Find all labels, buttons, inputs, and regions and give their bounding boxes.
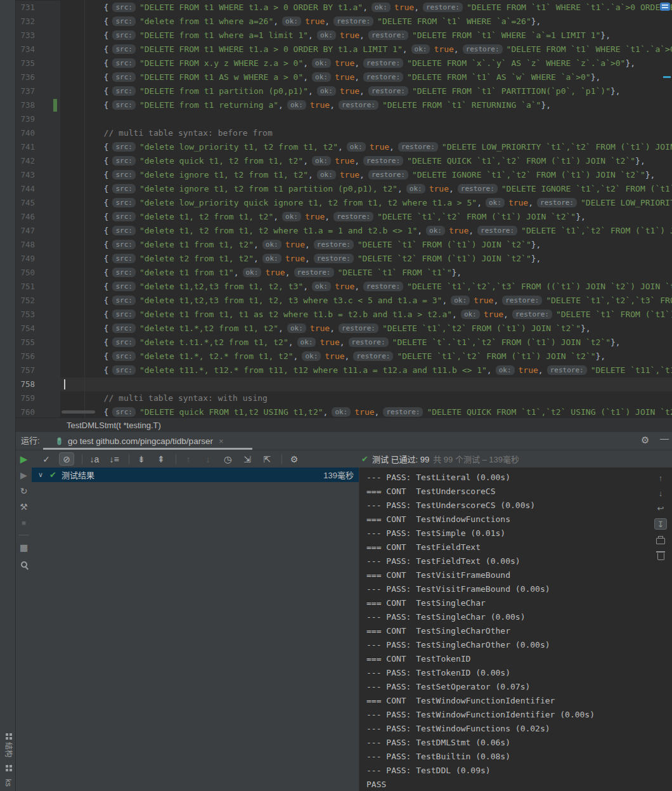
hide-panel-icon[interactable]: — (660, 433, 669, 443)
line-number[interactable]: 739 (16, 112, 60, 126)
editor-line[interactable]: 756 {src:"delete t1.*, t2.* from t1, t2"… (16, 350, 672, 363)
show-passed-icon[interactable]: ✓ (39, 453, 53, 465)
editor-line[interactable]: 738 {src:"DELETE from t1 returning a",ok… (16, 98, 672, 112)
editor-line[interactable]: 739 (16, 112, 672, 126)
scroll-up-icon[interactable]: ↑ (655, 473, 666, 483)
editor-line[interactable]: 760 {src:"DELETE quick FROM t1,t2 USING … (16, 405, 672, 417)
editor-line[interactable]: 748 {src:"delete t1 from t1, t2",ok:true… (16, 238, 672, 252)
bookmarks-icon[interactable] (6, 765, 8, 768)
tool-window-tab-bookmarks[interactable]: ks (4, 779, 13, 787)
editor-line[interactable]: 742 {src:"delete quick t1, t2 from t1, t… (16, 154, 672, 168)
editor-line[interactable]: 749 {src:"delete t2 from t1, t2",ok:true… (16, 252, 672, 266)
editor-line[interactable]: 740 // multi table syntax: before from (16, 126, 672, 140)
editor-line[interactable]: 747 {src:"delete t1, t2 from t1, t2 wher… (16, 224, 672, 238)
editor-line[interactable]: 755 {src:"delete t.t1.*,t2 from t1, t2",… (16, 336, 672, 350)
editor-line[interactable]: 737 {src:"DELETE from t1 partition (p0,p… (16, 84, 672, 98)
sort-by-duration-icon[interactable]: ↓≡ (107, 453, 121, 465)
line-number[interactable]: 751 (16, 280, 60, 294)
rerun-tests-icon[interactable]: ▶ (18, 454, 30, 465)
scroll-down-icon[interactable]: ↓ (655, 488, 666, 498)
breadcrumb-function[interactable]: TestDMLStmt(t *testing.T) (67, 421, 161, 430)
editor-line[interactable]: 736 {src:"DELETE FROM t1 AS w WHERE a > … (16, 70, 672, 84)
line-number[interactable]: 737 (16, 84, 60, 98)
line-number[interactable]: 755 (16, 336, 60, 350)
stop-icon[interactable]: ■ (18, 517, 30, 528)
next-failed-test-icon[interactable]: ↓ (201, 453, 215, 465)
line-number[interactable]: 758 (16, 377, 60, 391)
line-number[interactable]: 732 (16, 15, 60, 29)
line-number[interactable]: 740 (16, 126, 60, 140)
line-number[interactable]: 747 (16, 224, 60, 238)
line-number[interactable]: 759 (16, 391, 60, 405)
editor-line[interactable]: 735 {src:"DELETE FROM x.y z WHERE z.a > … (16, 56, 672, 70)
tool-window-tab-structure[interactable]: 结构 (4, 742, 15, 757)
line-number[interactable]: 741 (16, 140, 60, 154)
editor-line[interactable]: 743 {src:"delete ignore t1, t2 from t1, … (16, 168, 672, 182)
editor-line[interactable]: 758 (16, 377, 672, 391)
editor-line[interactable]: 746 {src:"delete t1, t2 from t1, t2",ok:… (16, 210, 672, 224)
line-number[interactable]: 760 (16, 405, 60, 417)
line-number[interactable]: 752 (16, 294, 60, 308)
show-ignored-icon[interactable]: ⊘ (59, 452, 74, 466)
editor-line[interactable]: 732 {src:"delete from t1 where a=26",ok:… (16, 15, 672, 29)
sort-alphabetically-icon[interactable]: ↓a (87, 453, 101, 465)
rerun-failed-tests-icon[interactable]: ▶ (18, 469, 30, 481)
line-number[interactable]: 733 (16, 29, 60, 42)
line-number[interactable]: 749 (16, 252, 60, 266)
close-tab-icon[interactable]: × (219, 436, 224, 446)
editor-line[interactable]: 731 {src:"DELETE FROM t1 WHERE t1.a > 0 … (16, 1, 672, 15)
line-number[interactable]: 745 (16, 196, 60, 210)
settings-gear-icon[interactable]: ⚙ (287, 453, 301, 465)
collapse-all-icon[interactable]: ⇞ (154, 453, 168, 465)
line-number[interactable]: 736 (16, 70, 60, 84)
inspections-widget[interactable] (660, 3, 670, 11)
test-tree[interactable]: ∨ ✔ 测试结果 139毫秒 (32, 467, 359, 791)
editor-line[interactable]: 753 {src:"delete t1 from t1, t1 as t2 wh… (16, 308, 672, 322)
settings-gear-icon[interactable]: ⚙ (641, 435, 649, 446)
editor-line[interactable]: 752 {src:"delete t1,t2,t3 from t1, t2, t… (16, 294, 672, 308)
editor-line[interactable]: 751 {src:"delete t1,t2,t3 from t1, t2, t… (16, 280, 672, 294)
run-tab[interactable]: go test github.com/pingcap/tidb/parser × (49, 433, 229, 448)
restore-layout-icon[interactable]: ▦ (18, 542, 30, 553)
expand-all-icon[interactable]: ⇟ (134, 453, 148, 465)
soft-wrap-icon[interactable]: ↩ (655, 503, 666, 513)
test-history-icon[interactable]: ◷ (221, 453, 235, 465)
chevron-down-icon[interactable]: ∨ (38, 471, 43, 479)
toggle-auto-test-icon[interactable]: ↻ (18, 485, 30, 497)
wrench-icon[interactable]: ⚒ (18, 501, 30, 513)
line-number[interactable]: 731 (16, 1, 60, 15)
line-number[interactable]: 746 (16, 210, 60, 224)
line-number[interactable]: 748 (16, 238, 60, 252)
line-number[interactable]: 754 (16, 322, 60, 336)
print-icon[interactable] (655, 535, 666, 545)
line-number[interactable]: 742 (16, 154, 60, 168)
line-number[interactable]: 757 (16, 363, 60, 377)
structure-icon[interactable] (6, 733, 8, 736)
error-stripe-mark[interactable] (663, 76, 671, 78)
line-number[interactable]: 753 (16, 308, 60, 322)
export-test-results-icon[interactable]: ⇱ (260, 453, 274, 465)
previous-failed-test-icon[interactable]: ↑ (181, 453, 195, 465)
scroll-to-end-icon[interactable]: ↧ (654, 518, 667, 530)
import-test-results-icon[interactable]: ⇲ (240, 453, 254, 465)
editor-line[interactable]: 750 {src:"delete t1 from t1",ok:true,res… (16, 266, 672, 280)
line-number[interactable]: 750 (16, 266, 60, 280)
line-number[interactable]: 735 (16, 56, 60, 70)
code-editor[interactable]: 731 {src:"DELETE FROM t1 WHERE t1.a > 0 … (16, 0, 672, 417)
editor-line[interactable]: 741 {src:"delete low_priority t1, t2 fro… (16, 140, 672, 154)
line-number[interactable]: 756 (16, 350, 60, 363)
test-console[interactable]: --- PASS: TestLiteral (0.00s)=== CONT Te… (359, 467, 672, 791)
editor-line[interactable]: 757 {src:"delete t11.*, t12.* from t11, … (16, 363, 672, 377)
test-results-row[interactable]: ∨ ✔ 测试结果 139毫秒 (32, 467, 359, 482)
horizontal-scrollbar[interactable] (61, 410, 95, 414)
editor-line[interactable]: 734 {src:"DELETE FROM t1 WHERE t1.a > 0 … (16, 42, 672, 56)
pin-icon[interactable] (18, 558, 30, 569)
clear-all-icon[interactable] (655, 550, 666, 560)
line-number[interactable]: 744 (16, 182, 60, 196)
editor-line[interactable]: 759 // multi table syntax: with using (16, 391, 672, 405)
editor-line[interactable]: 733 {src:"DELETE from t1 where a=1 limit… (16, 29, 672, 42)
line-number[interactable]: 743 (16, 168, 60, 182)
editor-line[interactable]: 745 {src:"delete low_priority quick igno… (16, 196, 672, 210)
editor-line[interactable]: 754 {src:"delete t1.*,t2 from t1, t2",ok… (16, 322, 672, 336)
line-number[interactable]: 734 (16, 42, 60, 56)
